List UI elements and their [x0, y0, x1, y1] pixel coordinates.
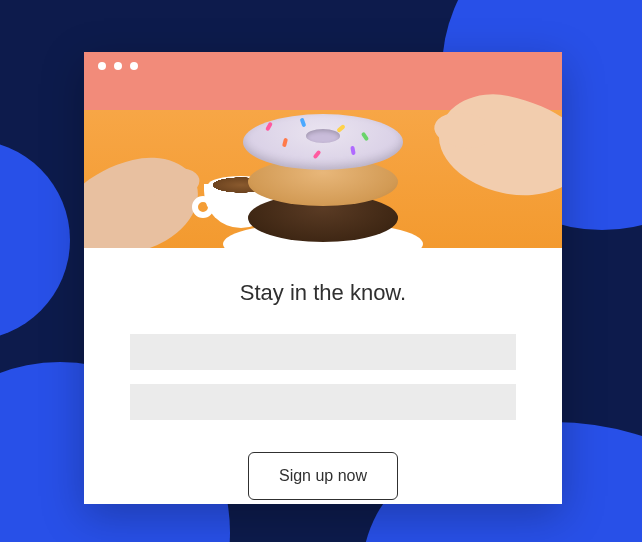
background-blob: [0, 140, 70, 340]
signup-form: Stay in the know. Sign up now: [84, 248, 562, 504]
signup-modal-window: Stay in the know. Sign up now: [84, 52, 562, 504]
form-input-1[interactable]: [130, 334, 516, 370]
window-control-dot-icon: [130, 62, 138, 70]
hand-left-illustration: [84, 146, 209, 248]
donut-illustration: [243, 114, 403, 170]
hand-right-illustration: [430, 83, 562, 208]
form-headline: Stay in the know.: [240, 280, 406, 306]
sign-up-button[interactable]: Sign up now: [248, 452, 398, 500]
form-input-2[interactable]: [130, 384, 516, 420]
window-control-dot-icon: [114, 62, 122, 70]
window-title-bar: [84, 52, 562, 80]
window-control-dot-icon: [98, 62, 106, 70]
hero-image: [84, 80, 562, 248]
